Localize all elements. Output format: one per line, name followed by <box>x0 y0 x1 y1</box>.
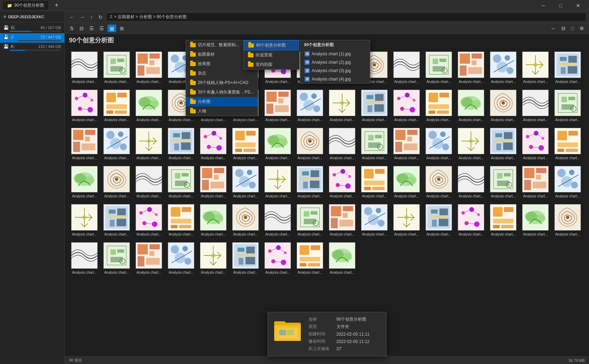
file-item[interactable]: Analysis chart... <box>294 240 325 277</box>
file-item[interactable]: Analysis chart... <box>552 202 583 239</box>
file-item[interactable]: Analysis chart... <box>456 88 486 124</box>
dropdown-item[interactable]: 杂志 <box>186 69 258 78</box>
file-item[interactable]: Analysis chart... <box>262 202 293 239</box>
dropdown-item-fenxi[interactable]: 分析图 <box>186 97 258 106</box>
view-grid-button[interactable]: ▦ <box>108 24 116 32</box>
file-item[interactable]: Analysis chart... <box>198 126 229 162</box>
file-item[interactable]: Analysis chart... <box>230 164 261 201</box>
refresh-button[interactable]: ↻ <box>97 14 104 21</box>
view-tiles-button[interactable]: ⊞ <box>118 24 126 32</box>
file-item[interactable]: Analysis chart... <box>166 240 196 277</box>
file-item[interactable]: Analysis chart... <box>262 88 293 124</box>
file-item[interactable]: Analysis chart... <box>327 126 358 162</box>
drive-item-g[interactable]: 💾 G: 45 / 107 GB <box>0 24 64 33</box>
file-item[interactable]: Analysis chart... <box>552 164 583 201</box>
expand-button[interactable]: □ <box>569 24 576 32</box>
file-item[interactable]: Analysis chart... <box>133 88 164 124</box>
file-item[interactable]: Analysis chart... <box>520 88 551 124</box>
file-item[interactable]: Analysis chart... <box>69 126 100 162</box>
add-tab-button[interactable]: + <box>53 2 61 9</box>
file-item[interactable]: Analysis chart... <box>69 164 100 201</box>
file-item[interactable]: Analysis chart... <box>552 49 583 86</box>
file-item[interactable]: Analysis chart... <box>294 202 325 239</box>
file-item[interactable]: Analysis chart... <box>520 49 551 86</box>
file-item[interactable]: Analysis chart... <box>456 164 486 201</box>
file-item[interactable]: Analysis chart... <box>456 202 486 239</box>
file-item[interactable]: Analysis chart... <box>488 49 519 86</box>
sort-button[interactable]: ⇅ <box>68 24 76 32</box>
file-item[interactable]: Analysis chart... <box>327 202 358 239</box>
file-item[interactable]: Analysis chart... <box>359 126 390 162</box>
file-item[interactable]: Analysis chart... <box>488 126 519 162</box>
file-item[interactable]: Analysis chart... <box>423 126 454 162</box>
file-item[interactable]: Analysis chart... <box>359 164 390 201</box>
file-item[interactable]: Analysis chart... <box>294 126 325 162</box>
breadcrumb[interactable]: J: > 后期素材 > 分析图 > 90个创意分析图 <box>106 13 586 21</box>
file-item[interactable]: Analysis chart... <box>391 88 422 124</box>
file-item[interactable]: Analysis chart... <box>520 202 551 239</box>
up-button[interactable]: ↑ <box>89 14 95 21</box>
file-item[interactable]: Analysis chart... <box>327 164 358 201</box>
file-grid[interactable]: Analysis chart... Analysis chart... Anal… <box>65 47 589 356</box>
group-button[interactable]: ☰ <box>87 24 96 32</box>
options-button[interactable]: ⚙ <box>577 24 586 32</box>
dropdown-item-90[interactable]: 90个创意分析图 <box>244 40 299 50</box>
file-item[interactable]: Analysis chart... <box>101 49 132 86</box>
file-item[interactable]: Analysis chart... <box>133 202 164 239</box>
drive-item-k[interactable]: 💾 K: 132 / 446 GB <box>0 43 64 52</box>
file-item[interactable]: Analysis chart... <box>101 240 132 277</box>
file-item[interactable]: Analysis chart... <box>520 164 551 201</box>
file-item[interactable]: Analysis chart... <box>423 49 454 86</box>
dropdown-item[interactable]: 30个有趣人物矢量图集，PS... <box>186 88 258 97</box>
dropdown-item[interactable]: 🖼 Analysis chart (1).jpg <box>300 50 370 58</box>
file-item[interactable]: Analysis chart... <box>488 202 519 239</box>
file-item[interactable]: Analysis chart... <box>198 240 229 277</box>
file-item[interactable]: Analysis chart... <box>69 88 100 124</box>
file-item[interactable]: Analysis chart... <box>69 240 100 277</box>
forward-button[interactable]: → <box>78 14 86 21</box>
file-item[interactable]: Analysis chart... <box>230 126 261 162</box>
file-item[interactable]: Analysis chart... <box>166 164 196 201</box>
view-list-button[interactable]: ☰ <box>97 24 106 32</box>
file-item[interactable]: Analysis chart... <box>552 126 583 162</box>
minimize-button[interactable]: ─ <box>535 0 551 11</box>
maximize-button[interactable]: □ <box>553 0 569 11</box>
file-item[interactable]: Analysis chart... <box>359 88 390 124</box>
file-item[interactable]: Analysis chart... <box>133 49 164 86</box>
file-item[interactable]: Analysis chart... <box>230 202 261 239</box>
file-item[interactable]: Analysis chart... <box>359 202 390 239</box>
file-item[interactable]: Analysis chart... <box>133 126 164 162</box>
file-item[interactable]: Analysis chart... <box>101 164 132 201</box>
file-item[interactable]: Analysis chart... <box>166 126 196 162</box>
window-tab[interactable]: 📁 90个创意分析图 <box>3 1 48 10</box>
file-item[interactable]: Analysis chart... <box>198 164 229 201</box>
file-item[interactable]: Analysis chart... <box>327 88 358 124</box>
file-item[interactable]: Analysis chart... <box>488 88 519 124</box>
file-item[interactable]: Analysis chart... <box>69 49 100 86</box>
dropdown-item[interactable]: 26个线稿人物-PS+AI+CAD <box>186 78 258 88</box>
file-item[interactable]: Analysis chart... <box>262 240 293 277</box>
file-item[interactable]: Analysis chart... <box>294 88 325 124</box>
file-item[interactable]: Analysis chart... <box>423 88 454 124</box>
dropdown-item[interactable]: 室内剖面 <box>244 60 299 69</box>
drive-item-j[interactable]: 💾 J: 72 / 447 GB <box>0 33 64 43</box>
file-item[interactable]: Analysis chart... <box>198 202 229 239</box>
dropdown-item[interactable]: 人物 <box>186 106 258 116</box>
file-item[interactable]: Analysis chart... <box>423 164 454 201</box>
stretch-button[interactable]: ↔ <box>549 24 558 32</box>
close-button[interactable]: ✕ <box>570 0 586 11</box>
back-button[interactable]: ← <box>68 14 76 21</box>
file-item[interactable]: Analysis chart... <box>101 88 132 124</box>
file-item[interactable]: Analysis chart... <box>456 126 486 162</box>
file-item[interactable]: Analysis chart... <box>101 126 132 162</box>
file-item[interactable]: Analysis chart... <box>69 202 100 239</box>
dropdown-item[interactable]: 🖼 Analysis chart (4).jpg <box>300 75 370 83</box>
dropdown-item[interactable]: 🖼 Analysis chart (2).jpg <box>300 58 370 66</box>
dropdown-item[interactable]: 街道景观 <box>244 50 299 60</box>
file-item[interactable]: Analysis chart... <box>230 240 261 277</box>
file-item[interactable]: Analysis chart... <box>423 202 454 239</box>
file-item[interactable]: Analysis chart... <box>552 88 583 124</box>
file-item[interactable]: Analysis chart... <box>133 164 164 201</box>
file-item[interactable]: Analysis chart... <box>456 49 486 86</box>
file-item[interactable]: Analysis chart... <box>294 164 325 201</box>
